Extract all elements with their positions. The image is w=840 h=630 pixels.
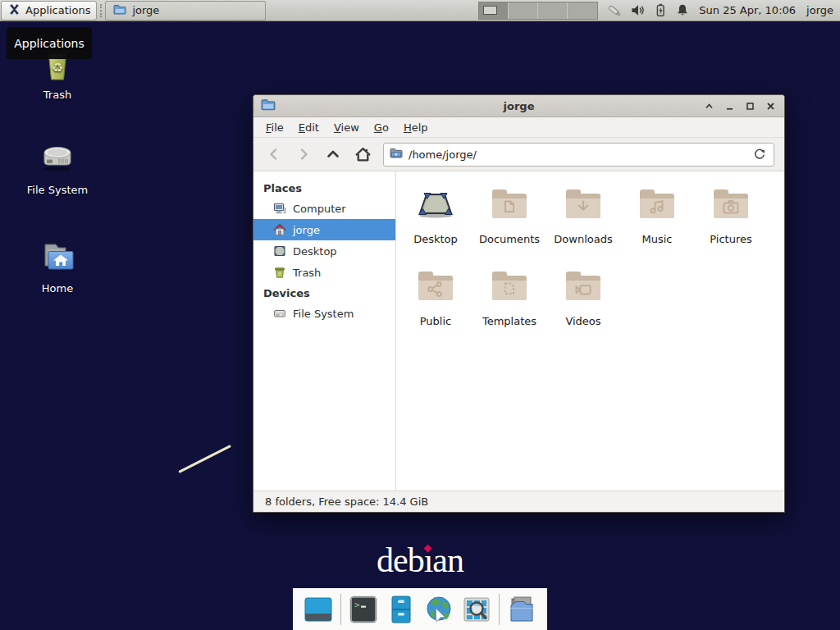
- wallpaper-line-artifact: [178, 445, 231, 473]
- minimize-button[interactable]: [724, 100, 735, 112]
- sidebar: Places Computer jorge: [253, 171, 396, 491]
- desktop: Applications jorge: [0, 0, 840, 630]
- battery-charging-icon[interactable]: [653, 2, 668, 18]
- folder-item-documents[interactable]: Documents: [472, 180, 546, 262]
- desktop-icon-home[interactable]: Home: [16, 238, 98, 294]
- folder-pictures-icon: [711, 186, 751, 225]
- menu-edit[interactable]: Edit: [291, 121, 326, 134]
- sidebar-item-label: File System: [293, 308, 354, 320]
- computer-icon: [273, 202, 286, 215]
- sidebar-item-label: jorge: [293, 224, 320, 236]
- svg-text:>: >: [354, 600, 360, 610]
- app-finder-launcher[interactable]: [461, 594, 492, 625]
- folder-item-label: Templates: [482, 315, 536, 327]
- folder-item-label: Desktop: [413, 233, 458, 245]
- menu-file[interactable]: File: [258, 121, 291, 134]
- folder-videos-icon: [564, 268, 603, 307]
- location-path-text: /home/jorge/: [409, 148, 746, 161]
- sidebar-item-label: Computer: [293, 203, 346, 215]
- desktop-icon-file-system[interactable]: File System: [16, 139, 98, 196]
- menu-go[interactable]: Go: [367, 121, 396, 134]
- app-finder-icon: [461, 594, 492, 625]
- pen-tray-icon[interactable]: [606, 2, 623, 19]
- svg-text:♻: ♻: [52, 60, 63, 75]
- folder-templates-icon: [490, 268, 529, 307]
- folder-item-label: Documents: [479, 233, 540, 245]
- file-manager-launcher[interactable]: [386, 594, 417, 625]
- workspace-button-2[interactable]: [509, 2, 538, 19]
- sidebar-item-trash[interactable]: ♻ Trash: [253, 262, 395, 283]
- dock-separator: [340, 594, 341, 625]
- folder-downloads-icon: [564, 186, 603, 225]
- folder-item-videos[interactable]: Videos: [546, 262, 620, 344]
- top-panel: Applications jorge: [0, 0, 840, 21]
- dock-separator: [499, 594, 500, 625]
- window-folder-icon: [261, 98, 276, 113]
- bottom-dock: >: [293, 588, 547, 630]
- task-button-jorge[interactable]: jorge: [105, 1, 266, 21]
- file-manager-window: jorge File Edit View Go Help: [253, 94, 785, 513]
- window-content: Places Computer jorge: [253, 171, 784, 491]
- folder-item-music[interactable]: Music: [620, 180, 694, 262]
- show-desktop-button[interactable]: [303, 594, 334, 625]
- folder-item-label: Videos: [565, 315, 600, 327]
- tooltip-text: Applications: [14, 37, 84, 50]
- applications-menu-button[interactable]: Applications: [1, 1, 97, 21]
- home-button[interactable]: [350, 142, 375, 167]
- up-button[interactable]: [321, 142, 345, 167]
- trash-icon: ♻: [273, 266, 286, 279]
- window-titlebar[interactable]: jorge: [253, 95, 784, 117]
- close-button[interactable]: [765, 100, 776, 112]
- file-manager-icon: [386, 594, 417, 625]
- menu-view[interactable]: View: [326, 121, 367, 134]
- sidebar-header-places: Places: [253, 178, 395, 198]
- folder-documents-icon: [490, 186, 529, 225]
- svg-text:♻: ♻: [277, 271, 281, 276]
- folder-item-label: Music: [642, 233, 673, 245]
- window-preview: [483, 6, 497, 15]
- shade-button[interactable]: [703, 100, 714, 112]
- web-browser-launcher[interactable]: [423, 594, 454, 625]
- directory-menu-button[interactable]: [506, 594, 537, 625]
- menu-help[interactable]: Help: [396, 121, 436, 134]
- folder-item-templates[interactable]: Templates: [472, 262, 546, 344]
- system-tray: [606, 2, 690, 19]
- volume-icon[interactable]: [630, 2, 646, 18]
- debian-wordmark: debıan: [377, 541, 463, 579]
- xfce-menu-icon: [7, 2, 21, 19]
- applications-menu-label: Applications: [25, 4, 90, 16]
- sidebar-item-jorge[interactable]: jorge: [253, 219, 395, 240]
- desktop-icon-label: Home: [42, 282, 73, 294]
- desktop-icon-label: File System: [27, 184, 88, 196]
- folder-item-pictures[interactable]: Pictures: [694, 180, 768, 262]
- terminal-launcher[interactable]: >: [348, 594, 379, 625]
- desktop-icon: [273, 244, 286, 258]
- workspace-button-3[interactable]: [538, 2, 568, 19]
- sidebar-item-file-system[interactable]: File System: [253, 303, 395, 324]
- sidebar-item-desktop[interactable]: Desktop: [253, 240, 395, 262]
- path-folder-icon: [390, 148, 403, 161]
- desktop-icon-label: Trash: [43, 89, 71, 101]
- desktop-special-icon: [416, 186, 455, 225]
- sidebar-item-computer[interactable]: Computer: [253, 198, 395, 219]
- folder-item-label: Pictures: [710, 233, 751, 245]
- folder-item-desktop[interactable]: Desktop: [399, 180, 472, 262]
- home-folder-icon: [38, 238, 77, 277]
- reload-button[interactable]: [751, 146, 768, 162]
- task-button-label: jorge: [132, 4, 159, 16]
- workspace-button-1[interactable]: [479, 2, 509, 19]
- location-input[interactable]: /home/jorge/: [383, 143, 774, 167]
- workspace-button-4[interactable]: [568, 2, 597, 19]
- folder-item-downloads[interactable]: Downloads: [546, 180, 620, 262]
- notifications-bell-icon[interactable]: [675, 2, 690, 18]
- toolbar: /home/jorge/: [253, 138, 784, 171]
- folder-item-label: Public: [420, 315, 451, 327]
- back-button[interactable]: [262, 142, 286, 167]
- folder-item-public[interactable]: Public: [399, 262, 472, 344]
- file-list: Desktop Documents: [396, 171, 784, 491]
- maximize-button[interactable]: [744, 100, 756, 112]
- folder-icon: [113, 4, 126, 17]
- panel-clock[interactable]: Sun 25 Apr, 10:06: [699, 4, 796, 16]
- forward-button[interactable]: [291, 142, 316, 167]
- debian-logo: debıan: [0, 541, 840, 580]
